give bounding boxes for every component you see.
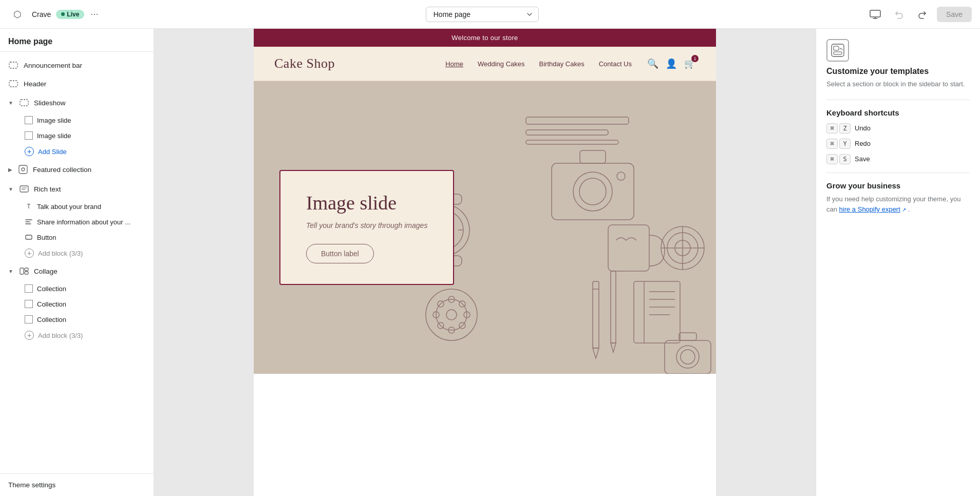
slide-content-box: Image slide Tell your brand's story thro… <box>279 170 454 285</box>
nav-home[interactable]: Home <box>445 60 463 68</box>
collection-3-icon <box>25 315 33 323</box>
redo-button[interactable] <box>913 5 932 24</box>
sidebar-item-announcement-bar[interactable]: Announcement bar <box>0 56 154 74</box>
sidebar-item-image-slide-2[interactable]: Image slide <box>0 128 154 143</box>
svg-point-5 <box>22 168 25 171</box>
cart-badge: 1 <box>691 55 699 62</box>
collection-2-icon <box>25 300 33 308</box>
shortcut-save: ⌘ S Save <box>826 154 970 164</box>
nav-contact-us[interactable]: Contact Us <box>599 60 632 68</box>
slideshow-sub-items: Image slide Image slide + Add Slide <box>0 112 154 160</box>
svg-rect-3 <box>20 100 28 106</box>
share-info-icon <box>25 218 33 226</box>
save-button[interactable]: Save <box>937 7 972 22</box>
preview-scroll[interactable]: Welcome to our store Cake Shop Home Wedd… <box>154 29 816 496</box>
featured-collection-icon <box>17 164 29 175</box>
rich-text-sub-items: T Talk about your brand Share informatio… <box>0 199 154 261</box>
chevron-down-icon: ▼ <box>8 100 13 106</box>
desktop-view-button[interactable] <box>866 5 884 24</box>
undo-button[interactable] <box>890 5 908 24</box>
image-slide-2-icon <box>25 131 33 140</box>
svg-rect-4 <box>19 165 27 174</box>
undo-label: Undo <box>855 124 871 132</box>
sidebar-header: Home page <box>0 29 154 52</box>
svg-rect-52 <box>679 333 696 340</box>
add-slide-button[interactable]: + Add Slide <box>0 143 154 160</box>
collage-label: Collage <box>34 268 58 275</box>
nav-birthday-cakes[interactable]: Birthday Cakes <box>539 60 585 68</box>
svg-rect-59 <box>526 130 608 135</box>
customize-templates-title: Customize your templates <box>826 67 970 76</box>
sidebar-item-talk-brand[interactable]: T Talk about your brand <box>0 199 154 214</box>
svg-marker-27 <box>611 343 616 352</box>
page-select[interactable]: Home page About Contact Collections <box>426 7 539 22</box>
search-icon[interactable]: 🔍 <box>647 58 658 69</box>
customize-templates-desc: Select a section or block in the sidebar… <box>826 79 970 89</box>
sidebar-item-collection-2[interactable]: Collection <box>0 296 154 312</box>
store-icons: 🔍 👤 🛒 1 <box>647 58 695 69</box>
rich-text-label: Rich text <box>34 185 61 193</box>
panel-divider-2 <box>826 173 970 173</box>
svg-point-50 <box>676 346 699 368</box>
cart-icon[interactable]: 🛒 1 <box>684 58 695 69</box>
chevron-right-icon: ▶ <box>8 167 12 173</box>
collection-3-label: Collection <box>37 316 66 323</box>
svg-rect-0 <box>870 10 880 17</box>
sidebar-item-button-block[interactable]: Button <box>0 230 154 245</box>
announcement-bar-icon <box>8 60 18 70</box>
sidebar-section-rich-text[interactable]: ▼ Rich text <box>0 179 154 199</box>
more-button[interactable]: ··· <box>90 9 98 20</box>
svg-point-13 <box>579 178 606 205</box>
add-block-collage-label: Add block (3/3) <box>38 332 83 339</box>
sidebar-section-slideshow[interactable]: ▼ Slideshow <box>0 93 154 112</box>
svg-rect-6 <box>20 186 28 192</box>
slideshow-section-icon <box>18 97 30 108</box>
nav-wedding-cakes[interactable]: Wedding Cakes <box>478 60 525 68</box>
save-keys: ⌘ S <box>826 154 851 164</box>
undo-key-cmd: ⌘ <box>826 123 838 133</box>
sidebar-footer-theme-settings[interactable]: Theme settings <box>0 473 154 496</box>
collection-2-label: Collection <box>37 300 66 308</box>
sidebar-section-featured-collection[interactable]: ▶ Featured collection <box>0 160 154 179</box>
sidebar-section-collage[interactable]: ▼ Collage <box>0 261 154 281</box>
svg-rect-8 <box>20 268 24 274</box>
talk-brand-icon: T <box>25 202 33 211</box>
grow-business-desc: If you need help customizing your theme,… <box>826 194 970 216</box>
store-slideshow[interactable]: Image slide Tell your brand's story thro… <box>254 81 716 374</box>
undo-key-z: Z <box>839 123 851 133</box>
sidebar-item-collection-3[interactable]: Collection <box>0 312 154 327</box>
share-info-label: Share information about your ... <box>37 218 130 226</box>
topbar-center: Home page About Contact Collections <box>104 7 860 22</box>
collection-1-label: Collection <box>37 285 66 293</box>
store-announcement: Welcome to our store <box>254 29 716 47</box>
sidebar-item-header[interactable]: Header <box>0 74 154 93</box>
sidebar-content: Announcement bar Header ▼ Slideshow <box>0 52 154 473</box>
sidebar-item-collection-1[interactable]: Collection <box>0 281 154 296</box>
add-block-rich-text-label: Add block (3/3) <box>38 250 83 257</box>
topbar-right: Save <box>866 5 972 24</box>
hire-shopify-expert-link[interactable]: hire a Shopify expert <box>839 205 900 213</box>
sidebar-item-share-info[interactable]: Share information about your ... <box>0 214 154 230</box>
add-block-collage[interactable]: + Add block (3/3) <box>0 327 154 344</box>
sidebar: Home page Announcement bar Header ▼ <box>0 29 154 496</box>
save-key-s: S <box>839 154 851 164</box>
preview-area: Welcome to our store Cake Shop Home Wedd… <box>154 29 816 496</box>
slide-title: Image slide <box>306 192 427 214</box>
svg-point-39 <box>436 299 467 330</box>
account-icon[interactable]: 👤 <box>666 58 677 69</box>
svg-point-40 <box>446 310 457 320</box>
live-dot <box>61 12 65 16</box>
redo-keys: ⌘ Y <box>826 139 851 149</box>
redo-key-y: Y <box>839 139 851 149</box>
slide-button[interactable]: Button label <box>306 244 374 263</box>
svg-rect-63 <box>834 52 842 54</box>
save-key-cmd: ⌘ <box>826 154 838 164</box>
store-header: Cake Shop Home Wedding Cakes Birthday Ca… <box>254 47 716 81</box>
sidebar-item-image-slide-1[interactable]: Image slide <box>0 112 154 128</box>
redo-key-cmd: ⌘ <box>826 139 838 149</box>
svg-point-15 <box>617 172 625 180</box>
svg-rect-2 <box>9 81 17 87</box>
add-block-rich-text[interactable]: + Add block (3/3) <box>0 245 154 261</box>
external-link-icon: ↗ <box>902 207 906 213</box>
back-button[interactable]: ⬡ <box>8 5 27 24</box>
